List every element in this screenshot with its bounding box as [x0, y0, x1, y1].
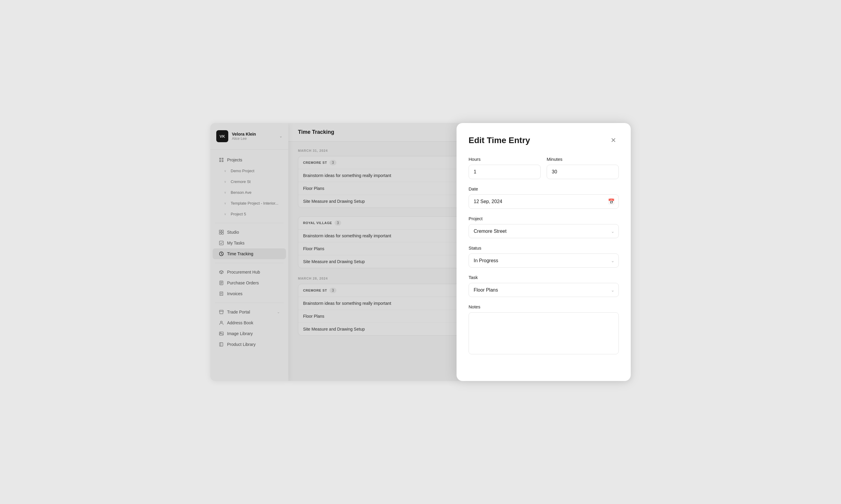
- hours-minutes-row: Hours Minutes: [468, 157, 619, 179]
- modal-header: Edit Time Entry ✕: [468, 135, 619, 146]
- task-label: Task: [468, 275, 619, 280]
- status-select[interactable]: In Progress: [468, 253, 619, 268]
- status-group: Status In Progress ⌄: [468, 246, 619, 268]
- main-content: Time Tracking All Projects MARCH 31, 202…: [288, 123, 631, 381]
- modal-title: Edit Time Entry: [468, 136, 530, 145]
- notes-label: Notes: [468, 304, 619, 309]
- edit-time-entry-modal: Edit Time Entry ✕ Hours Minutes: [457, 123, 631, 381]
- status-select-wrapper: In Progress ⌄: [468, 253, 619, 268]
- hours-group: Hours: [468, 157, 540, 179]
- close-button[interactable]: ✕: [608, 135, 619, 146]
- app-container: VK Velora Klein Alice Lee ⌄ Projects ∨ D…: [210, 123, 631, 381]
- date-input-wrapper: 📅: [468, 194, 619, 209]
- date-group: Date 📅: [468, 186, 619, 209]
- project-select-wrapper: Cremore Street ⌄: [468, 224, 619, 238]
- minutes-group: Minutes: [547, 157, 619, 179]
- project-label: Project: [468, 216, 619, 221]
- task-group: Task Floor Plans ⌄: [468, 275, 619, 297]
- minutes-input[interactable]: [547, 165, 619, 179]
- notes-group: Notes: [468, 304, 619, 356]
- project-group: Project Cremore Street ⌄: [468, 216, 619, 238]
- hours-input[interactable]: [468, 165, 540, 179]
- modal-overlay: Edit Time Entry ✕ Hours Minutes: [288, 123, 631, 381]
- date-input[interactable]: [468, 194, 619, 209]
- status-label: Status: [468, 246, 619, 251]
- date-label: Date: [468, 186, 619, 192]
- hours-label: Hours: [468, 157, 540, 162]
- minutes-label: Minutes: [547, 157, 619, 162]
- project-select[interactable]: Cremore Street: [468, 224, 619, 238]
- task-select[interactable]: Floor Plans: [468, 283, 619, 297]
- notes-textarea[interactable]: [468, 312, 619, 354]
- task-select-wrapper: Floor Plans ⌄: [468, 283, 619, 297]
